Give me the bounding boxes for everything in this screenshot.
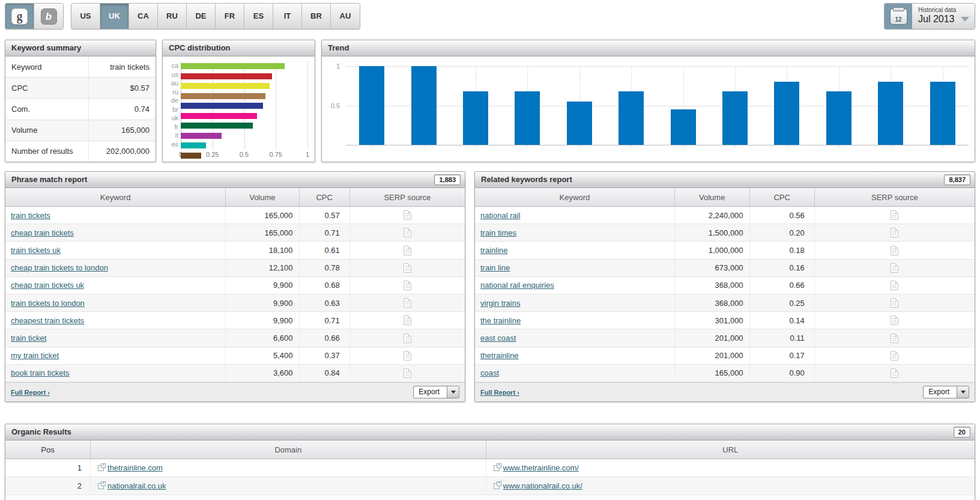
keyword-link[interactable]: train times (480, 228, 516, 237)
serp-source-icon[interactable] (404, 298, 411, 308)
keyword-link[interactable]: national rail enquiries (480, 281, 554, 290)
export-button[interactable]: Export (923, 386, 969, 398)
keyword-link[interactable]: cheap train tickets (11, 228, 74, 237)
url-link[interactable]: www.nationalrail.co.uk/ (503, 481, 582, 490)
serp-source-icon[interactable] (404, 228, 411, 237)
cpc-bar-de (181, 103, 263, 109)
cpc-category-label: de (166, 97, 181, 106)
external-link-icon[interactable] (494, 483, 500, 489)
export-dropdown-arrow-icon[interactable] (447, 386, 459, 398)
table-column-header: Keyword Volume CPC SERP source (475, 188, 975, 207)
historical-data-selector[interactable]: 12 Historical data Jul 2013 (884, 3, 975, 29)
country-tab-fr[interactable]: FR (216, 4, 244, 29)
serp-source-icon[interactable] (891, 246, 898, 255)
serp-source-icon[interactable] (891, 334, 898, 343)
keyword-link[interactable]: national rail (480, 211, 521, 220)
country-tab-es[interactable]: ES (244, 4, 273, 29)
keyword-link[interactable]: the trainline (480, 316, 521, 325)
serp-source-icon[interactable] (891, 316, 898, 325)
keyword-link[interactable]: train tickets (11, 211, 50, 220)
keyword-link[interactable]: train tickets to london (11, 299, 85, 308)
phrase-match-report-panel: Phrase match report 1,883 Keyword Volume… (5, 171, 465, 402)
keyword-link[interactable]: train ticket (11, 334, 46, 343)
serp-source-icon[interactable] (891, 298, 898, 308)
country-tab-br[interactable]: BR (302, 4, 331, 29)
volume-value: 201,000 (675, 347, 750, 364)
export-button[interactable]: Export (413, 386, 459, 398)
cpc-category-label: fr (166, 123, 181, 132)
volume-value: 3,600 (226, 365, 299, 382)
total-count-badge: 1,883 (434, 174, 461, 185)
serp-source-icon[interactable] (891, 263, 898, 273)
country-tab-us[interactable]: US (71, 4, 100, 29)
engine-tab-google[interactable]: g (5, 4, 34, 29)
keyword-link[interactable]: thetrainline (480, 351, 519, 360)
serp-source-icon[interactable] (404, 368, 411, 378)
trend-bar (826, 91, 851, 145)
cpc-value: 0.61 (300, 242, 350, 258)
keyword-link[interactable]: train line (480, 263, 510, 272)
serp-source-icon[interactable] (891, 228, 898, 237)
keyword-link[interactable]: cheap train tickets to london (11, 263, 108, 272)
cpc-value: 0.18 (750, 242, 815, 258)
volume-value: 6,600 (226, 329, 299, 346)
url-link[interactable]: www.thetrainline.com/ (503, 463, 579, 472)
cpc-value: 0.57 (300, 207, 350, 224)
country-tab-ca[interactable]: CA (129, 4, 158, 29)
volume-value: 9,900 (226, 312, 299, 329)
table-row: train tickets uk18,1000.61 (5, 242, 465, 259)
historical-data-dropdown[interactable]: Historical data Jul 2013 (912, 4, 975, 29)
position-value: 1 (5, 459, 91, 477)
keyword-link[interactable]: my train ticket (11, 351, 59, 360)
volume-value: 673,000 (675, 260, 750, 276)
export-dropdown-arrow-icon[interactable] (957, 386, 969, 398)
keyword-link[interactable]: cheapest train tickets (11, 316, 84, 325)
keyword-link[interactable]: book train tickets (11, 368, 70, 377)
serp-source-icon[interactable] (404, 281, 411, 290)
serp-source-icon[interactable] (891, 368, 898, 378)
domain-link[interactable]: thetrainline.com (107, 463, 163, 472)
external-link-icon[interactable] (98, 465, 104, 471)
volume-value: 201,000 (675, 329, 750, 346)
country-tab-uk[interactable]: UK (100, 4, 129, 29)
cpc-category-label: au (166, 79, 181, 88)
summary-label: Number of results (5, 147, 88, 156)
cpc-value: 0.14 (750, 312, 815, 329)
trend-bar (722, 91, 748, 145)
serp-source-icon[interactable] (404, 263, 411, 273)
keyword-link[interactable]: train tickets uk (11, 246, 61, 255)
keyword-link[interactable]: trainline (480, 246, 508, 255)
domain-link[interactable]: nationalrail.co.uk (107, 481, 166, 490)
external-link-icon[interactable] (494, 465, 500, 471)
bing-logo-icon: b (41, 8, 57, 25)
serp-source-icon[interactable] (404, 246, 411, 255)
y-axis-tick: 0.5 (327, 102, 340, 109)
cpc-value: 0.20 (750, 224, 815, 241)
serp-source-icon[interactable] (891, 281, 898, 290)
trend-bar (619, 91, 644, 145)
keyword-link[interactable]: cheap train tickets uk (11, 281, 84, 290)
serp-source-icon[interactable] (404, 210, 411, 220)
serp-source-icon[interactable] (891, 351, 898, 361)
keyword-link[interactable]: east coast (480, 334, 516, 343)
serp-source-icon[interactable] (404, 316, 411, 325)
country-tab-de[interactable]: DE (187, 4, 216, 29)
full-report-link[interactable]: Full Report › (480, 389, 519, 396)
keyword-link[interactable]: coast (480, 368, 499, 377)
table-row: national rail enquiries368,0000.66 (475, 277, 975, 294)
cpc-bar-fr (181, 133, 222, 139)
country-tab-it[interactable]: IT (273, 4, 302, 29)
serp-source-icon[interactable] (891, 210, 898, 220)
serp-source-icon[interactable] (404, 334, 411, 343)
keyword-link[interactable]: virgin trains (480, 299, 520, 308)
engine-tab-bing[interactable]: b (34, 4, 63, 29)
volume-value: 165,000 (675, 365, 750, 382)
gridline (307, 62, 308, 149)
serp-source-icon[interactable] (404, 351, 411, 361)
panel-title: Trend (322, 40, 975, 56)
country-tab-au[interactable]: AU (331, 4, 360, 29)
full-report-link[interactable]: Full Report › (11, 389, 50, 396)
country-tab-ru[interactable]: RU (158, 4, 187, 29)
cpc-bar-us (181, 73, 272, 79)
external-link-icon[interactable] (98, 483, 104, 489)
